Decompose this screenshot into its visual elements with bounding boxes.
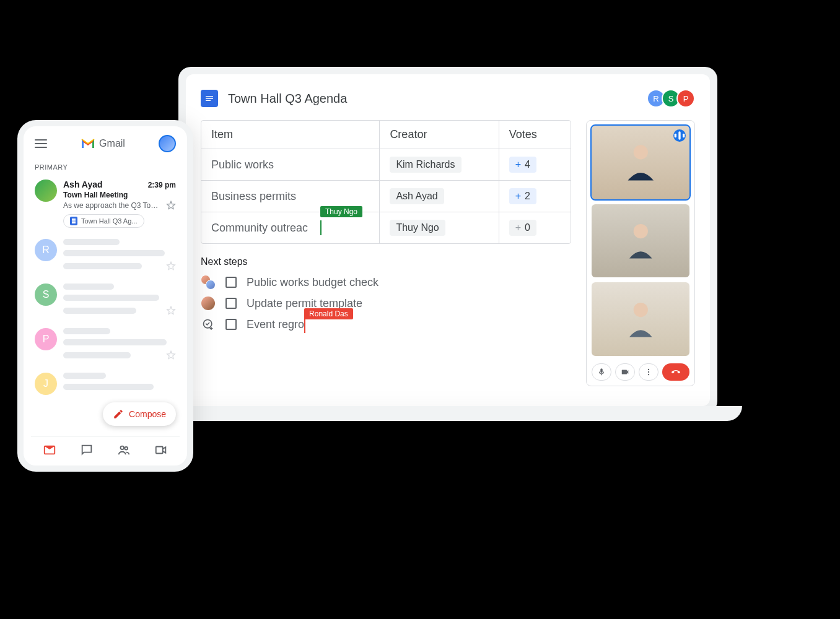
svg-point-11 xyxy=(125,447,128,450)
laptop-base xyxy=(154,406,742,421)
plus-icon: + xyxy=(515,159,521,170)
cell-votes[interactable]: +0 xyxy=(499,212,571,243)
meet-controls xyxy=(592,363,689,381)
hangup-button[interactable] xyxy=(662,363,689,381)
svg-point-10 xyxy=(121,446,125,450)
laptop-screen: Town Hall Q3 Agenda R S P Item Creator V… xyxy=(186,74,710,406)
email-skeleton[interactable]: S xyxy=(31,277,180,322)
more-options-button[interactable] xyxy=(639,363,658,381)
assignee-face-icon[interactable] xyxy=(201,296,216,311)
email-time: 2:39 pm xyxy=(148,181,176,189)
email-preview: As we approach the Q3 Town Ha... xyxy=(63,201,162,210)
meet-panel xyxy=(586,120,695,386)
star-icon[interactable] xyxy=(166,350,176,360)
star-icon[interactable] xyxy=(166,261,176,271)
step-text[interactable]: Public works budget check xyxy=(247,276,378,289)
creator-chip: Thuy Ngo xyxy=(390,220,445,236)
meet-participant-tile[interactable] xyxy=(592,204,689,278)
meet-nav-icon[interactable] xyxy=(154,443,168,457)
assignee-group-icon[interactable] xyxy=(201,275,216,290)
laptop-frame: Town Hall Q3 Agenda R S P Item Creator V… xyxy=(178,67,717,413)
plus-icon: + xyxy=(515,191,521,202)
collab-cursor-tag-red: Ronald Das xyxy=(304,308,353,319)
avatar-placeholder: P xyxy=(35,328,57,350)
speaking-indicator-icon xyxy=(673,129,686,142)
next-steps-title: Next steps xyxy=(201,256,571,267)
doc-body: Item Creator Votes Public works Kim Rich… xyxy=(201,120,695,386)
checkbox[interactable] xyxy=(225,277,237,288)
phone-header: Gmail xyxy=(31,135,180,158)
creator-chip: Ash Ayad xyxy=(390,188,444,204)
assign-task-icon[interactable] xyxy=(201,317,216,332)
attachment-chip[interactable]: Town Hall Q3 Ag... xyxy=(63,214,144,228)
svg-point-6 xyxy=(633,303,647,317)
svg-point-9 xyxy=(648,373,649,374)
vote-chip[interactable]: +0 xyxy=(509,220,536,236)
cell-item[interactable]: Public works xyxy=(201,149,380,180)
collab-cursor-tag-green: Thuy Ngo xyxy=(320,206,362,217)
step-text[interactable]: Event regro Ronald Das xyxy=(247,318,304,331)
cell-votes[interactable]: +2 xyxy=(499,181,571,212)
doc-main: Item Creator Votes Public works Kim Rich… xyxy=(201,120,571,386)
sender-name: Ash Ayad xyxy=(63,180,103,189)
spaces-nav-icon[interactable] xyxy=(117,443,131,457)
meet-participant-tile[interactable] xyxy=(592,282,689,356)
checkbox[interactable] xyxy=(225,298,237,309)
step-row: Update permit template xyxy=(201,296,571,311)
agenda-table: Item Creator Votes Public works Kim Rich… xyxy=(201,120,571,244)
vote-chip[interactable]: +4 xyxy=(509,157,536,173)
cell-creator[interactable]: Thuy Ngo xyxy=(380,212,499,243)
avatar-placeholder: J xyxy=(35,373,57,395)
email-skeleton[interactable]: R xyxy=(31,233,180,277)
email-item[interactable]: Ash Ayad 2:39 pm Town Hall Meeting As we… xyxy=(31,175,180,233)
doc-header: Town Hall Q3 Agenda R S P xyxy=(201,89,695,108)
svg-point-5 xyxy=(633,224,647,238)
compose-button[interactable]: Compose xyxy=(103,402,176,426)
svg-rect-2 xyxy=(675,134,676,138)
app-name: Gmail xyxy=(99,138,125,149)
svg-rect-12 xyxy=(156,447,163,454)
meet-participant-tile[interactable] xyxy=(592,126,689,199)
phone-frame: Gmail PRIMARY Ash Ayad 2:39 pm Town Hall… xyxy=(17,120,193,472)
gmail-logo: Gmail xyxy=(81,138,125,149)
header-creator: Creator xyxy=(380,121,499,149)
cell-creator[interactable]: Ash Ayad xyxy=(380,181,499,212)
cell-item[interactable]: Community outreac Thuy Ngo xyxy=(201,212,380,243)
header-votes: Votes xyxy=(499,121,571,149)
creator-chip: Kim Richards xyxy=(390,157,461,173)
svg-rect-4 xyxy=(683,134,685,138)
cell-creator[interactable]: Kim Richards xyxy=(380,149,499,180)
table-header-row: Item Creator Votes xyxy=(201,121,571,149)
table-row: Business permits Ash Ayad +2 xyxy=(201,181,571,212)
chat-nav-icon[interactable] xyxy=(80,443,94,457)
collab-cursor-red xyxy=(304,318,305,333)
email-skeleton[interactable]: J xyxy=(31,366,180,401)
mic-button[interactable] xyxy=(592,363,611,381)
step-row: Public works budget check xyxy=(201,275,571,290)
header-item: Item xyxy=(201,121,380,149)
star-icon[interactable] xyxy=(166,201,176,210)
avatar-placeholder: R xyxy=(35,239,57,261)
docs-icon xyxy=(201,90,218,107)
email-skeleton[interactable]: P xyxy=(31,322,180,366)
next-steps-section: Next steps Public works budget check Upd… xyxy=(201,256,571,332)
doc-title[interactable]: Town Hall Q3 Agenda xyxy=(228,92,641,106)
table-row: Community outreac Thuy Ngo Thuy Ngo +0 xyxy=(201,212,571,243)
menu-icon[interactable] xyxy=(35,139,47,148)
svg-point-7 xyxy=(648,368,649,370)
tab-primary[interactable]: PRIMARY xyxy=(31,158,180,175)
svg-rect-3 xyxy=(678,131,680,139)
step-row: Event regro Ronald Das xyxy=(201,317,571,332)
collab-cursor-green xyxy=(320,220,322,235)
collaborator-avatars: R S P xyxy=(650,89,695,108)
camera-button[interactable] xyxy=(615,363,635,381)
sender-avatar xyxy=(35,180,57,202)
profile-avatar[interactable] xyxy=(159,135,176,152)
checkbox[interactable] xyxy=(225,319,237,330)
star-icon[interactable] xyxy=(166,306,176,316)
cell-votes[interactable]: +4 xyxy=(499,149,571,180)
docs-mini-icon xyxy=(70,217,77,225)
vote-chip[interactable]: +2 xyxy=(509,188,536,204)
mail-nav-icon[interactable] xyxy=(43,443,56,457)
avatar-p[interactable]: P xyxy=(676,89,695,108)
